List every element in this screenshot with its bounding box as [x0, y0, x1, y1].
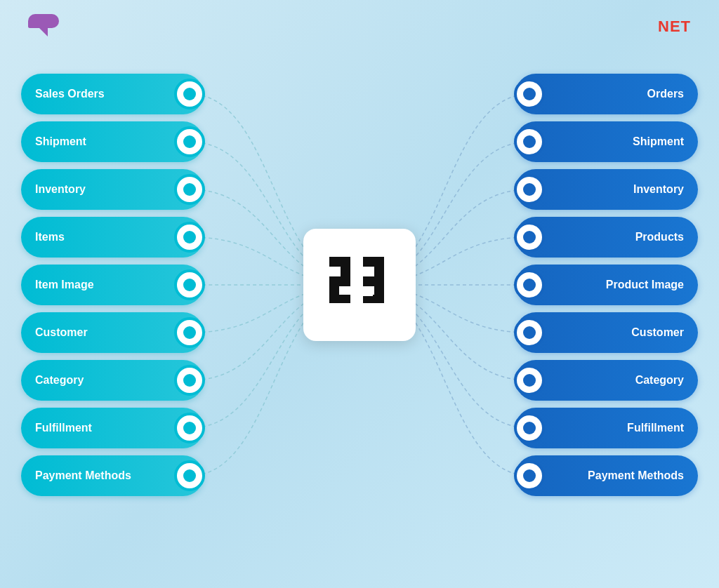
- right-item-product-image: Product Image: [515, 265, 698, 305]
- left-label-item-image: Item Image: [35, 279, 174, 291]
- left-connector-shipment: [174, 126, 205, 157]
- left-item-category: Category: [21, 360, 204, 401]
- left-column: Sales Orders Shipment Inventory Items It…: [21, 74, 204, 496]
- digital-23-text: [328, 255, 391, 312]
- right-label-category-r: Category: [545, 374, 684, 387]
- left-connector-items: [174, 222, 205, 253]
- center-logo: [303, 229, 416, 341]
- main-container: NET Sales Orders Shipment Inventory Item…: [0, 0, 719, 588]
- left-item-sales-orders: Sales Orders: [21, 74, 204, 114]
- svg-rect-0: [329, 257, 350, 267]
- svg-rect-5: [363, 257, 384, 267]
- left-label-sales-orders: Sales Orders: [35, 88, 174, 100]
- right-item-fulfillment-r: Fulfillment: [515, 408, 698, 448]
- logo-svg: [328, 255, 391, 305]
- woo-logo: [28, 14, 59, 28]
- svg-rect-8: [374, 286, 384, 296]
- right-connector-fulfillment-r: [514, 413, 545, 443]
- right-item-category-r: Category: [515, 360, 698, 401]
- right-connector-payment-methods-r: [514, 460, 545, 491]
- left-label-customer: Customer: [35, 326, 174, 339]
- left-connector-inventory: [174, 174, 205, 205]
- right-label-products: Products: [545, 231, 684, 243]
- svg-rect-7: [363, 276, 384, 286]
- right-connector-category-r: [514, 365, 545, 396]
- right-label-payment-methods-r: Payment Methods: [545, 469, 684, 482]
- right-label-fulfillment-r: Fulfillment: [545, 422, 684, 434]
- left-connector-fulfillment: [174, 413, 205, 443]
- svg-rect-6: [374, 267, 384, 276]
- right-connector-orders: [514, 79, 545, 109]
- svg-rect-2: [329, 276, 350, 286]
- left-label-category: Category: [35, 374, 174, 387]
- left-label-shipment: Shipment: [35, 135, 174, 148]
- left-item-payment-methods: Payment Methods: [21, 455, 204, 496]
- right-connector-inventory-r: [514, 174, 545, 205]
- svg-rect-1: [341, 267, 350, 276]
- left-connector-customer: [174, 317, 205, 348]
- left-connector-item-image: [174, 269, 205, 300]
- oracle-logo: NET: [658, 14, 691, 36]
- right-item-customer-r: Customer: [515, 312, 698, 353]
- left-label-fulfillment: Fulfillment: [35, 422, 174, 434]
- right-label-shipment-r: Shipment: [545, 135, 684, 148]
- right-connector-customer-r: [514, 317, 545, 348]
- right-item-inventory-r: Inventory: [515, 169, 698, 210]
- left-label-inventory: Inventory: [35, 183, 174, 196]
- right-item-shipment-r: Shipment: [515, 121, 698, 162]
- right-column: Orders Shipment Inventory Products Produ…: [515, 74, 698, 496]
- svg-rect-11: [363, 267, 373, 276]
- left-item-shipment: Shipment: [21, 121, 204, 162]
- right-connector-product-image: [514, 269, 545, 300]
- right-item-payment-methods-r: Payment Methods: [515, 455, 698, 496]
- header: NET: [21, 14, 698, 36]
- left-connector-category: [174, 365, 205, 396]
- left-item-items: Items: [21, 217, 204, 258]
- diagram: Sales Orders Shipment Inventory Items It…: [21, 50, 698, 520]
- right-item-orders: Orders: [515, 74, 698, 114]
- net-part: NET: [658, 18, 691, 35]
- left-label-payment-methods: Payment Methods: [35, 469, 174, 482]
- right-item-products: Products: [515, 217, 698, 258]
- woo-bubble: [28, 14, 59, 28]
- svg-rect-12: [363, 286, 373, 296]
- right-label-product-image: Product Image: [545, 279, 684, 291]
- right-connector-products: [514, 222, 545, 253]
- left-item-inventory: Inventory: [21, 169, 204, 210]
- svg-rect-4: [329, 295, 350, 303]
- right-label-inventory-r: Inventory: [545, 183, 684, 196]
- right-label-orders: Orders: [545, 88, 684, 100]
- left-item-customer: Customer: [21, 312, 204, 353]
- left-item-fulfillment: Fulfillment: [21, 408, 204, 448]
- left-connector-sales-orders: [174, 79, 205, 109]
- left-label-items: Items: [35, 231, 174, 243]
- right-connector-shipment-r: [514, 126, 545, 157]
- right-label-customer-r: Customer: [545, 326, 684, 339]
- svg-rect-3: [329, 286, 339, 296]
- svg-rect-10: [329, 267, 339, 276]
- left-item-item-image: Item Image: [21, 265, 204, 305]
- left-connector-payment-methods: [174, 460, 205, 491]
- netsuite-text: NET: [658, 18, 691, 36]
